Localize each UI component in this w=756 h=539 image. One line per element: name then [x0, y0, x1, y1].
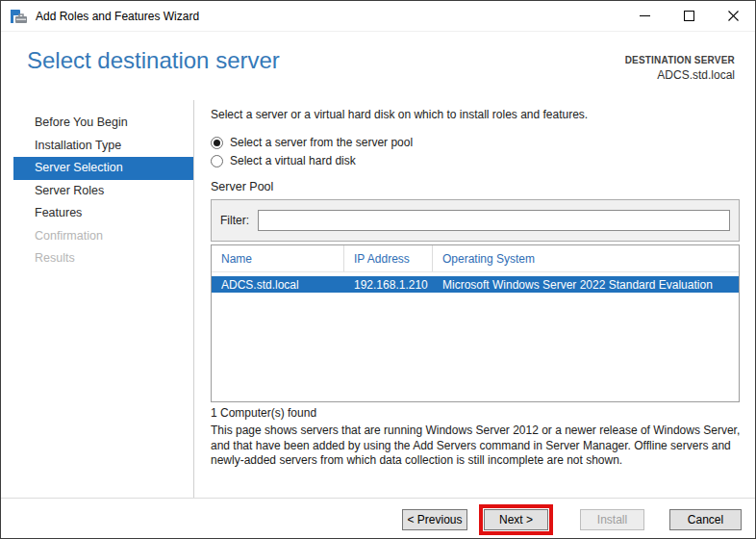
filter-label: Filter: — [220, 214, 249, 227]
destination-server-value: ADCS.std.local — [625, 68, 735, 82]
sidebar-item-server-selection[interactable]: Server Selection — [13, 157, 193, 180]
sidebar-item-results: Results — [13, 247, 193, 270]
computers-found-text: 1 Computer(s) found — [211, 406, 316, 420]
next-button-highlight: Next > — [479, 504, 553, 535]
close-icon — [728, 11, 739, 21]
titlebar: Add Roles and Features Wizard — [1, 1, 755, 32]
sidebar-item-features[interactable]: Features — [13, 202, 193, 225]
previous-button[interactable]: < Previous — [402, 509, 467, 530]
radio-label: Select a server from the server pool — [230, 136, 413, 149]
destination-server-label: DESTINATION SERVER — [625, 55, 735, 65]
install-button: Install — [580, 509, 644, 530]
column-header-operating-system[interactable]: Operating System — [433, 245, 739, 271]
radio-unselected-icon — [211, 155, 223, 167]
sidebar-item-installation-type[interactable]: Installation Type — [13, 135, 193, 158]
column-header-ip-address[interactable]: IP Address — [344, 245, 433, 271]
column-header-name[interactable]: Name — [212, 245, 344, 271]
minimize-button[interactable] — [622, 1, 667, 31]
destination-server-block: DESTINATION SERVER ADCS.std.local — [625, 55, 735, 82]
minimize-icon — [640, 15, 650, 16]
wizard-steps-sidebar: Before You Begin Installation Type Serve… — [1, 100, 194, 498]
table-header-row: Name IP Address Operating System — [212, 245, 739, 272]
add-roles-features-wizard-window: Add Roles and Features Wizard Select des… — [0, 0, 756, 539]
cancel-button[interactable]: Cancel — [669, 509, 742, 530]
server-pool-table: Name IP Address Operating System ADCS.st… — [211, 244, 740, 402]
next-button[interactable]: Next > — [484, 509, 548, 530]
sidebar-item-server-roles[interactable]: Server Roles — [13, 180, 193, 203]
filter-input[interactable] — [258, 210, 730, 231]
sidebar-item-confirmation: Confirmation — [13, 225, 193, 248]
cell-operating-system: Microsoft Windows Server 2022 Standard E… — [433, 278, 739, 292]
table-row-adcs[interactable]: ADCS.std.local 192.168.1.210 Microsoft W… — [212, 276, 739, 293]
radio-select-virtual-hard-disk[interactable]: Select a virtual hard disk — [211, 154, 413, 167]
sidebar-item-before-you-begin[interactable]: Before You Begin — [13, 112, 193, 135]
maximize-button[interactable] — [667, 1, 711, 31]
cell-name: ADCS.std.local — [212, 278, 344, 292]
radio-label: Select a virtual hard disk — [230, 154, 356, 167]
wizard-toolbox-icon — [11, 9, 27, 24]
window-title: Add Roles and Features Wizard — [36, 10, 199, 23]
window-controls — [622, 1, 755, 31]
destination-type-radio-group: Select a server from the server pool Sel… — [211, 136, 413, 167]
footer-button-bar: < Previous Next > Install Cancel — [1, 498, 755, 539]
radio-selected-icon — [211, 137, 223, 149]
table-body: ADCS.std.local 192.168.1.210 Microsoft W… — [212, 272, 739, 293]
intro-text: Select a server or a virtual hard disk o… — [211, 108, 588, 121]
close-button[interactable] — [711, 1, 755, 31]
maximize-icon — [684, 11, 694, 21]
page-description: This page shows servers that are running… — [211, 424, 741, 469]
server-pool-section-title: Server Pool — [211, 180, 273, 193]
page-title: Select destination server — [27, 47, 280, 74]
filter-box: Filter: — [211, 199, 740, 242]
cell-ip-address: 192.168.1.210 — [344, 278, 433, 292]
radio-select-server-from-pool[interactable]: Select a server from the server pool — [211, 136, 413, 149]
